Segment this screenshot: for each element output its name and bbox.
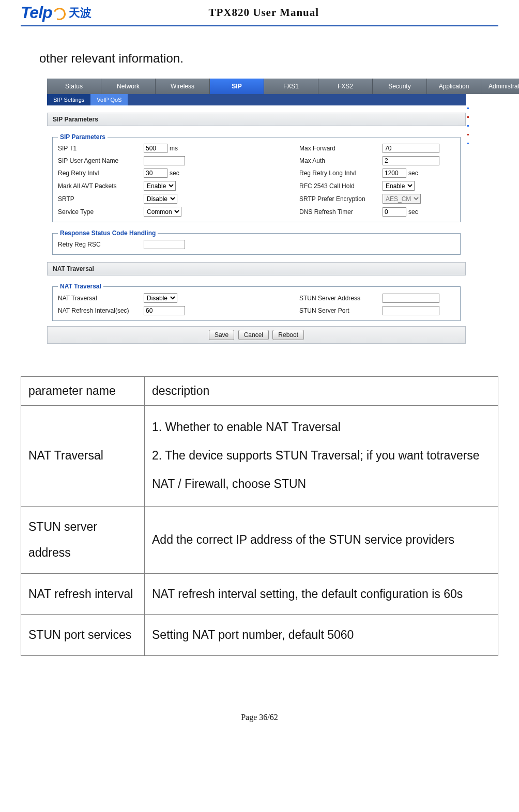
- field-service-type[interactable]: Common: [144, 207, 181, 217]
- field-dns-refresh-timer[interactable]: [383, 207, 406, 217]
- cell-desc: Setting NAT port number, default 5060: [145, 615, 498, 656]
- tab-wireless[interactable]: Wireless: [156, 79, 210, 94]
- table-header-param: parameter name: [21, 377, 145, 406]
- cell-param: NAT refresh interval: [21, 573, 145, 615]
- crop-artifact: [467, 108, 469, 201]
- field-nat-refresh-interval-sec-[interactable]: [144, 306, 185, 315]
- header-rule: [21, 25, 498, 26]
- label: STUN Server Address: [299, 295, 379, 302]
- legend-nat-traversal: NAT Traversal: [58, 283, 103, 290]
- label: SIP User Agent Name: [58, 157, 141, 164]
- tab-fxs1[interactable]: FXS1: [264, 79, 318, 94]
- field-srtp-prefer-encryption: AES_CM: [383, 194, 421, 204]
- table-row: STUN server addressAdd the correct IP ad…: [21, 506, 498, 573]
- tab-security[interactable]: Security: [373, 79, 427, 94]
- parameter-table: parameter name description NAT Traversal…: [21, 376, 498, 656]
- tab-administration[interactable]: Administration: [481, 79, 519, 94]
- label: Max Auth: [299, 157, 379, 164]
- field-sip-user-agent-name[interactable]: [144, 156, 185, 165]
- field-max-auth[interactable]: [383, 156, 439, 165]
- cell-param: STUN server address: [21, 506, 145, 573]
- section-bar-sip-parameters: SIP Parameters: [47, 113, 466, 126]
- tab-network[interactable]: Network: [101, 79, 156, 94]
- field-reg-retry-long-intvl[interactable]: [383, 168, 406, 178]
- table-row: NAT Traversal1. Whether to enable NAT Tr…: [21, 406, 498, 507]
- label: NAT Refresh Interval(sec): [58, 307, 141, 314]
- tab-status[interactable]: Status: [47, 79, 101, 94]
- doc-header: Telp 天波 TPX820 User Manual: [21, 0, 498, 22]
- button-bar: Save Cancel Reboot: [47, 326, 466, 344]
- tab-sip[interactable]: SIP: [210, 79, 264, 94]
- cell-desc: NAT refresh interval setting, the defaul…: [145, 573, 498, 615]
- field-sip-t1[interactable]: [144, 144, 167, 153]
- label: SIP T1: [58, 145, 141, 152]
- table-header-desc: description: [145, 377, 498, 406]
- legend-sip-parameters: SIP Parameters: [58, 133, 108, 141]
- field-mark-all-avt-packets[interactable]: Enable: [144, 181, 176, 191]
- tab-application[interactable]: Application: [427, 79, 481, 94]
- cell-desc: Add the correct IP address of the STUN s…: [145, 506, 498, 573]
- subtab-sip-settings[interactable]: SIP Settings: [47, 94, 90, 105]
- label: DNS Refresh Timer: [299, 208, 379, 216]
- page-footer: Page 36/62: [21, 713, 498, 722]
- reboot-button[interactable]: Reboot: [272, 330, 304, 340]
- label: Reg Retry Long Intvl: [299, 170, 379, 177]
- input-retry-reg-rsc[interactable]: [144, 240, 185, 249]
- group-nat-traversal: NAT Traversal NAT TraversalDisableSTUN S…: [52, 283, 461, 321]
- cell-desc: 1. Whether to enable NAT Traversal2. The…: [145, 406, 498, 507]
- label-retry-reg-rsc: Retry Reg RSC: [58, 241, 141, 248]
- doc-title: TPX820 User Manual: [29, 6, 498, 19]
- field-stun-server-address[interactable]: [383, 294, 439, 303]
- main-tabbar: StatusNetworkWirelessSIPFXS1FXS2Security…: [47, 79, 466, 94]
- save-button[interactable]: Save: [209, 330, 234, 340]
- field-max-forward[interactable]: [383, 144, 439, 153]
- intro-text: other relevant information.: [39, 51, 498, 66]
- field-nat-traversal[interactable]: Disable: [144, 293, 177, 303]
- cancel-button[interactable]: Cancel: [238, 330, 269, 340]
- group-sip-parameters: SIP Parameters SIP T1msMax ForwardSIP Us…: [52, 133, 461, 222]
- label: RFC 2543 Call Hold: [299, 182, 379, 190]
- table-row: NAT refresh intervalNAT refresh interval…: [21, 573, 498, 615]
- label: NAT Traversal: [58, 295, 141, 302]
- cell-param: STUN port services: [21, 615, 145, 656]
- group-response-status-code: Response Status Code Handling Retry Reg …: [52, 229, 461, 255]
- tab-fxs2[interactable]: FXS2: [318, 79, 373, 94]
- label: Max Forward: [299, 145, 379, 152]
- field-reg-retry-intvl[interactable]: [144, 168, 167, 178]
- legend-rsc: Response Status Code Handling: [58, 229, 158, 237]
- label: SRTP: [58, 195, 141, 203]
- sub-tabbar: SIP SettingsVoIP QoS: [47, 94, 466, 105]
- table-row: STUN port servicesSetting NAT port numbe…: [21, 615, 498, 656]
- field-stun-server-port[interactable]: [383, 306, 439, 315]
- label: STUN Server Port: [299, 307, 379, 314]
- label: Service Type: [58, 208, 141, 216]
- label: Mark All AVT Packets: [58, 182, 141, 190]
- cell-param: NAT Traversal: [21, 406, 145, 507]
- section-bar-nat-traversal: NAT Traversal: [47, 262, 466, 275]
- settings-screenshot: StatusNetworkWirelessSIPFXS1FXS2Security…: [47, 78, 466, 344]
- label: SRTP Prefer Encryption: [299, 195, 379, 203]
- label: Reg Retry Intvl: [58, 170, 141, 177]
- field-rfc-2543-call-hold[interactable]: Enable: [383, 181, 415, 191]
- field-srtp[interactable]: Disable: [144, 194, 177, 204]
- subtab-voip-qos[interactable]: VoIP QoS: [90, 94, 128, 105]
